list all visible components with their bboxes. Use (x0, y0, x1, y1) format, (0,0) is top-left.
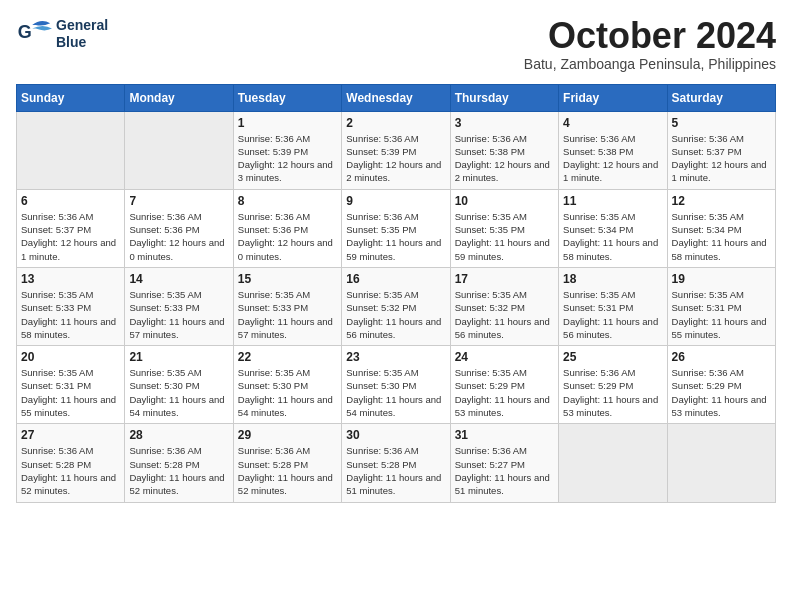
logo: G General Blue (16, 16, 108, 52)
calendar-cell: 23Sunrise: 5:35 AMSunset: 5:30 PMDayligh… (342, 346, 450, 424)
calendar-cell (125, 111, 233, 189)
day-number: 19 (672, 272, 771, 286)
calendar-cell: 7Sunrise: 5:36 AMSunset: 5:36 PMDaylight… (125, 189, 233, 267)
calendar-week-row: 27Sunrise: 5:36 AMSunset: 5:28 PMDayligh… (17, 424, 776, 502)
day-details: Sunrise: 5:36 AMSunset: 5:36 PMDaylight:… (129, 210, 228, 263)
logo-icon: G (16, 16, 52, 52)
calendar-cell: 8Sunrise: 5:36 AMSunset: 5:36 PMDaylight… (233, 189, 341, 267)
title-block: October 2024 Batu, Zamboanga Peninsula, … (524, 16, 776, 72)
day-number: 31 (455, 428, 554, 442)
day-number: 26 (672, 350, 771, 364)
day-number: 4 (563, 116, 662, 130)
day-number: 6 (21, 194, 120, 208)
day-number: 17 (455, 272, 554, 286)
calendar-week-row: 13Sunrise: 5:35 AMSunset: 5:33 PMDayligh… (17, 267, 776, 345)
calendar-cell: 31Sunrise: 5:36 AMSunset: 5:27 PMDayligh… (450, 424, 558, 502)
calendar-cell (559, 424, 667, 502)
day-number: 13 (21, 272, 120, 286)
day-details: Sunrise: 5:35 AMSunset: 5:32 PMDaylight:… (455, 288, 554, 341)
day-details: Sunrise: 5:35 AMSunset: 5:33 PMDaylight:… (129, 288, 228, 341)
day-details: Sunrise: 5:36 AMSunset: 5:36 PMDaylight:… (238, 210, 337, 263)
weekday-header: Wednesday (342, 84, 450, 111)
calendar-cell: 5Sunrise: 5:36 AMSunset: 5:37 PMDaylight… (667, 111, 775, 189)
day-details: Sunrise: 5:36 AMSunset: 5:38 PMDaylight:… (455, 132, 554, 185)
day-number: 27 (21, 428, 120, 442)
calendar-cell: 1Sunrise: 5:36 AMSunset: 5:39 PMDaylight… (233, 111, 341, 189)
day-details: Sunrise: 5:35 AMSunset: 5:32 PMDaylight:… (346, 288, 445, 341)
month-title: October 2024 (524, 16, 776, 56)
day-number: 15 (238, 272, 337, 286)
day-details: Sunrise: 5:35 AMSunset: 5:34 PMDaylight:… (672, 210, 771, 263)
day-number: 9 (346, 194, 445, 208)
calendar-cell: 29Sunrise: 5:36 AMSunset: 5:28 PMDayligh… (233, 424, 341, 502)
day-details: Sunrise: 5:36 AMSunset: 5:37 PMDaylight:… (672, 132, 771, 185)
calendar-cell (17, 111, 125, 189)
calendar-cell: 20Sunrise: 5:35 AMSunset: 5:31 PMDayligh… (17, 346, 125, 424)
day-number: 16 (346, 272, 445, 286)
subtitle: Batu, Zamboanga Peninsula, Philippines (524, 56, 776, 72)
calendar-cell: 21Sunrise: 5:35 AMSunset: 5:30 PMDayligh… (125, 346, 233, 424)
weekday-header: Monday (125, 84, 233, 111)
day-details: Sunrise: 5:35 AMSunset: 5:30 PMDaylight:… (238, 366, 337, 419)
calendar-cell: 2Sunrise: 5:36 AMSunset: 5:39 PMDaylight… (342, 111, 450, 189)
calendar-cell: 30Sunrise: 5:36 AMSunset: 5:28 PMDayligh… (342, 424, 450, 502)
calendar-cell: 15Sunrise: 5:35 AMSunset: 5:33 PMDayligh… (233, 267, 341, 345)
calendar-cell: 18Sunrise: 5:35 AMSunset: 5:31 PMDayligh… (559, 267, 667, 345)
day-number: 28 (129, 428, 228, 442)
calendar-cell: 24Sunrise: 5:35 AMSunset: 5:29 PMDayligh… (450, 346, 558, 424)
day-number: 30 (346, 428, 445, 442)
day-details: Sunrise: 5:36 AMSunset: 5:29 PMDaylight:… (563, 366, 662, 419)
calendar-cell: 19Sunrise: 5:35 AMSunset: 5:31 PMDayligh… (667, 267, 775, 345)
day-number: 11 (563, 194, 662, 208)
day-details: Sunrise: 5:36 AMSunset: 5:29 PMDaylight:… (672, 366, 771, 419)
day-number: 23 (346, 350, 445, 364)
calendar-table: SundayMondayTuesdayWednesdayThursdayFrid… (16, 84, 776, 503)
day-details: Sunrise: 5:36 AMSunset: 5:28 PMDaylight:… (346, 444, 445, 497)
calendar-cell: 25Sunrise: 5:36 AMSunset: 5:29 PMDayligh… (559, 346, 667, 424)
day-number: 7 (129, 194, 228, 208)
weekday-header: Sunday (17, 84, 125, 111)
day-details: Sunrise: 5:35 AMSunset: 5:31 PMDaylight:… (563, 288, 662, 341)
day-details: Sunrise: 5:35 AMSunset: 5:33 PMDaylight:… (238, 288, 337, 341)
day-number: 22 (238, 350, 337, 364)
calendar-cell: 28Sunrise: 5:36 AMSunset: 5:28 PMDayligh… (125, 424, 233, 502)
day-details: Sunrise: 5:36 AMSunset: 5:39 PMDaylight:… (346, 132, 445, 185)
calendar-cell: 4Sunrise: 5:36 AMSunset: 5:38 PMDaylight… (559, 111, 667, 189)
day-number: 25 (563, 350, 662, 364)
calendar-cell: 17Sunrise: 5:35 AMSunset: 5:32 PMDayligh… (450, 267, 558, 345)
calendar-cell: 3Sunrise: 5:36 AMSunset: 5:38 PMDaylight… (450, 111, 558, 189)
calendar-cell: 11Sunrise: 5:35 AMSunset: 5:34 PMDayligh… (559, 189, 667, 267)
day-number: 18 (563, 272, 662, 286)
day-number: 20 (21, 350, 120, 364)
svg-text:G: G (18, 22, 32, 42)
day-number: 10 (455, 194, 554, 208)
calendar-week-row: 6Sunrise: 5:36 AMSunset: 5:37 PMDaylight… (17, 189, 776, 267)
weekday-header-row: SundayMondayTuesdayWednesdayThursdayFrid… (17, 84, 776, 111)
day-number: 21 (129, 350, 228, 364)
calendar-cell: 13Sunrise: 5:35 AMSunset: 5:33 PMDayligh… (17, 267, 125, 345)
calendar-cell: 16Sunrise: 5:35 AMSunset: 5:32 PMDayligh… (342, 267, 450, 345)
weekday-header: Thursday (450, 84, 558, 111)
day-details: Sunrise: 5:36 AMSunset: 5:28 PMDaylight:… (238, 444, 337, 497)
day-details: Sunrise: 5:36 AMSunset: 5:27 PMDaylight:… (455, 444, 554, 497)
page-header: G General Blue October 2024 Batu, Zamboa… (16, 16, 776, 72)
day-details: Sunrise: 5:36 AMSunset: 5:37 PMDaylight:… (21, 210, 120, 263)
calendar-cell: 26Sunrise: 5:36 AMSunset: 5:29 PMDayligh… (667, 346, 775, 424)
calendar-cell: 27Sunrise: 5:36 AMSunset: 5:28 PMDayligh… (17, 424, 125, 502)
calendar-week-row: 1Sunrise: 5:36 AMSunset: 5:39 PMDaylight… (17, 111, 776, 189)
day-number: 24 (455, 350, 554, 364)
day-details: Sunrise: 5:35 AMSunset: 5:29 PMDaylight:… (455, 366, 554, 419)
calendar-cell: 14Sunrise: 5:35 AMSunset: 5:33 PMDayligh… (125, 267, 233, 345)
weekday-header: Friday (559, 84, 667, 111)
calendar-cell: 12Sunrise: 5:35 AMSunset: 5:34 PMDayligh… (667, 189, 775, 267)
day-details: Sunrise: 5:36 AMSunset: 5:39 PMDaylight:… (238, 132, 337, 185)
calendar-cell (667, 424, 775, 502)
day-number: 5 (672, 116, 771, 130)
day-details: Sunrise: 5:36 AMSunset: 5:28 PMDaylight:… (129, 444, 228, 497)
day-details: Sunrise: 5:35 AMSunset: 5:34 PMDaylight:… (563, 210, 662, 263)
day-number: 14 (129, 272, 228, 286)
day-details: Sunrise: 5:36 AMSunset: 5:38 PMDaylight:… (563, 132, 662, 185)
day-details: Sunrise: 5:36 AMSunset: 5:28 PMDaylight:… (21, 444, 120, 497)
logo-text: General Blue (56, 17, 108, 51)
day-number: 8 (238, 194, 337, 208)
